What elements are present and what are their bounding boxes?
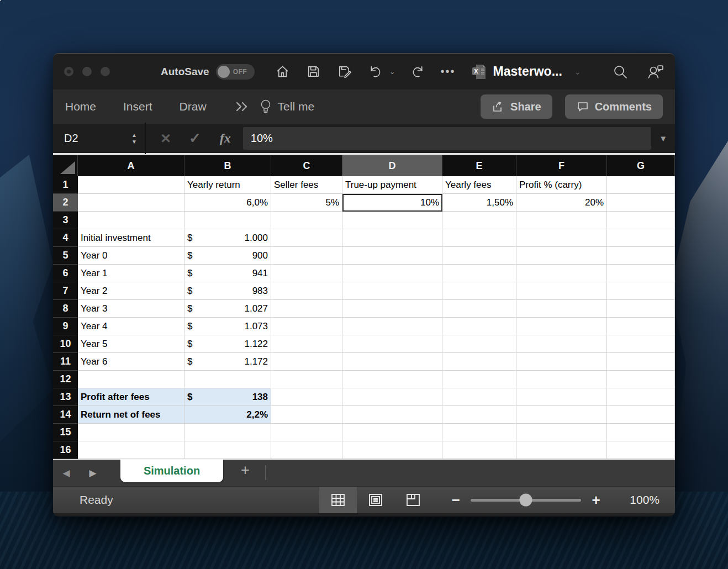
column-header-G[interactable]: G [607,155,675,176]
cell-E7[interactable] [442,282,516,300]
page-layout-view-icon[interactable] [357,487,394,513]
row-header-6[interactable]: 6 [53,265,78,282]
cell-G12[interactable] [607,371,675,388]
cell-F1[interactable]: Profit % (carry) [516,176,607,194]
formula-bar-expand-icon[interactable]: ▼ [651,134,675,143]
cell-D11[interactable] [342,353,442,371]
zoom-in-icon[interactable]: + [588,492,604,509]
cell-G10[interactable] [607,335,675,353]
cell-C2[interactable]: 5% [271,194,342,212]
cancel-icon[interactable]: ✕ [160,131,171,146]
row-header-1[interactable]: 1 [53,176,78,194]
zoom-slider-thumb[interactable] [520,494,532,507]
minimize-window-button[interactable] [82,67,92,76]
cell-F8[interactable] [516,300,607,318]
cell-C5[interactable] [271,247,342,265]
cell-F13[interactable] [516,388,607,406]
cell-E5[interactable] [442,247,516,265]
autosave-toggle[interactable]: OFF [216,64,255,80]
cell-A13[interactable]: Profit after fees [78,388,184,406]
cell-F15[interactable] [516,424,607,441]
insert-function-icon[interactable]: fx [220,131,231,146]
row-header-2[interactable]: 2 [53,194,78,212]
zoom-window-button[interactable] [101,67,110,76]
cell-B1[interactable]: Yearly return [184,176,271,194]
cell-A16[interactable] [78,441,184,459]
cell-D9[interactable] [342,318,442,335]
cell-G2[interactable] [607,194,675,212]
cell-A14[interactable]: Return net of fees [78,406,184,424]
cell-B16[interactable] [184,441,271,459]
cell-C9[interactable] [271,318,342,335]
row-header-12[interactable]: 12 [53,371,78,388]
cell-F11[interactable] [516,353,607,371]
cell-E14[interactable] [442,406,516,424]
cell-C12[interactable] [271,371,342,388]
page-break-view-icon[interactable] [394,487,432,513]
cell-C14[interactable] [271,406,342,424]
cell-G4[interactable] [607,229,675,247]
cell-B14[interactable]: 2,2% [184,406,271,424]
cell-E10[interactable] [442,335,516,353]
undo-icon[interactable] [367,64,384,80]
cell-D12[interactable] [342,371,442,388]
row-header-14[interactable]: 14 [53,406,78,424]
cell-D4[interactable] [342,229,442,247]
cell-A12[interactable] [78,371,184,388]
row-header-3[interactable]: 3 [53,212,78,229]
cell-D14[interactable] [342,406,442,424]
cell-C13[interactable] [271,388,342,406]
cell-B9[interactable]: $1.073 [184,318,271,335]
cell-E16[interactable] [442,441,516,459]
row-header-15[interactable]: 15 [53,424,78,441]
cell-C11[interactable] [271,353,342,371]
sheet-tab-simulation[interactable]: Simulation [120,460,223,482]
share-button[interactable]: Share [481,94,552,119]
cell-B12[interactable] [184,371,271,388]
undo-dropdown-chevron-icon[interactable]: ⌄ [389,67,395,76]
column-header-F[interactable]: F [516,155,607,176]
cell-G6[interactable] [607,265,675,282]
cell-A1[interactable] [78,176,184,194]
cell-E6[interactable] [442,265,516,282]
cell-C10[interactable] [271,335,342,353]
cell-B4[interactable]: $1.000 [184,229,271,247]
cell-F6[interactable] [516,265,607,282]
save-as-icon[interactable] [336,64,353,80]
cell-F16[interactable] [516,441,607,459]
cell-F9[interactable] [516,318,607,335]
cell-C6[interactable] [271,265,342,282]
cell-A2[interactable] [78,194,184,212]
cell-A7[interactable]: Year 2 [78,282,184,300]
row-header-4[interactable]: 4 [53,229,78,247]
cell-F5[interactable] [516,247,607,265]
cell-E15[interactable] [442,424,516,441]
cell-D15[interactable] [342,424,442,441]
spinner-up-icon[interactable]: ▲ [131,133,137,138]
zoom-slider[interactable] [471,499,581,502]
cell-C3[interactable] [271,212,342,229]
cell-A6[interactable]: Year 1 [78,265,184,282]
cell-E11[interactable] [442,353,516,371]
search-icon[interactable] [612,64,629,80]
cell-C7[interactable] [271,282,342,300]
name-box-spinner[interactable]: ▲ ▼ [131,133,137,144]
cell-E2[interactable]: 1,50% [442,194,516,212]
cell-E3[interactable] [442,212,516,229]
redo-icon[interactable] [410,64,426,80]
cell-E8[interactable] [442,300,516,318]
formula-input[interactable]: 10% [243,127,651,150]
cell-G8[interactable] [607,300,675,318]
enter-icon[interactable]: ✓ [189,130,201,147]
more-commands-icon[interactable]: ••• [441,65,456,78]
cell-G9[interactable] [607,318,675,335]
cell-D16[interactable] [342,441,442,459]
cell-F3[interactable] [516,212,607,229]
tell-me-button[interactable]: Tell me [278,100,315,113]
tab-draw[interactable]: Draw [180,100,207,113]
row-header-16[interactable]: 16 [53,441,78,459]
close-window-button[interactable] [64,67,73,76]
normal-view-icon[interactable] [319,487,357,513]
row-header-5[interactable]: 5 [53,247,78,265]
previous-sheet-icon[interactable]: ◀ [53,467,80,479]
